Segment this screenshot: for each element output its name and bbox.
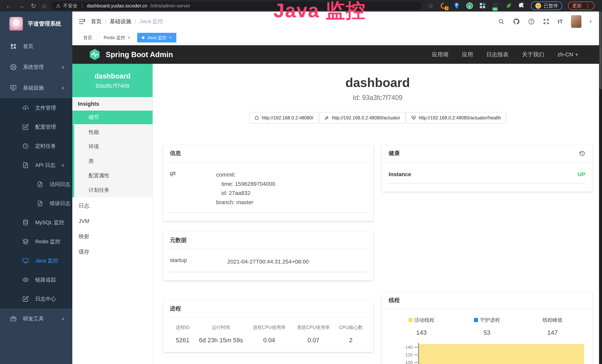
extension-grid-icon[interactable] xyxy=(479,2,486,10)
threads-card-title: 线程 xyxy=(382,292,592,309)
sidebar-item-home[interactable]: 首页 xyxy=(0,36,72,57)
edit-icon xyxy=(22,124,29,130)
close-icon[interactable]: × xyxy=(128,35,130,40)
sba-menu-classes[interactable]: 类 xyxy=(72,154,153,168)
process-value: 2 xyxy=(335,337,366,344)
extension-on-icon[interactable]: on xyxy=(492,2,499,10)
sba-insight-group: 细节 性能 环境 类 配置属性 计划任务 xyxy=(72,110,153,198)
heartbeat-icon xyxy=(411,115,416,120)
browser-forward-button[interactable]: → xyxy=(18,0,24,11)
fullscreen-icon[interactable] xyxy=(543,18,549,25)
sba-menu-config-props[interactable]: 配置属性 xyxy=(72,168,153,183)
sba-menu-mappings[interactable]: 映射 xyxy=(72,229,153,244)
extensions-puzzle-icon[interactable] xyxy=(518,2,525,10)
breadcrumb-infrastructure[interactable]: 基础设施 xyxy=(110,18,131,25)
log-file-icon xyxy=(22,296,29,302)
sidebar-item-dev-tools[interactable]: 研发工具 ∨ xyxy=(0,308,72,329)
dashboard-icon xyxy=(10,43,17,50)
app-sidebar: 芋道管理系统 首页 系统管理 ∨ 基础设施 ∧ 文件管理 配置管理 xyxy=(0,11,72,364)
smiley-icon xyxy=(535,3,541,9)
bookmark-star-icon[interactable]: ☆ xyxy=(427,2,434,10)
sba-nav-wallboard[interactable]: 应用墙 xyxy=(432,51,449,58)
sba-menu-logs[interactable]: 日志 xyxy=(72,198,153,214)
help-icon[interactable] xyxy=(528,18,535,25)
header-actions: tT ▾ xyxy=(498,15,602,28)
instance-name: dashboard xyxy=(72,72,153,80)
legend-label-peak: 线程峰值 xyxy=(542,317,562,323)
app-logo-row[interactable]: 芋道管理系统 xyxy=(0,11,72,36)
avatar[interactable] xyxy=(571,15,581,28)
sba-menu-details[interactable]: 细节 xyxy=(72,110,153,125)
scrollbar-thumb[interactable] xyxy=(599,11,602,89)
page-root: ← → ↻ ⌂ ⚠ 不安全 dashboard.yudao.iocoder.cn… xyxy=(0,0,602,364)
browser-reload-button[interactable]: ↻ xyxy=(31,0,36,11)
process-header: 运行时间 xyxy=(195,324,247,331)
sba-menu-scheduled-tasks[interactable]: 计划任务 xyxy=(72,183,153,197)
sidebar-item-scheduled-jobs[interactable]: 定时任务 xyxy=(0,137,72,156)
browser-menu-icon[interactable]: ⋮ xyxy=(585,5,590,7)
close-icon[interactable]: × xyxy=(169,35,172,40)
extension-y-icon[interactable]: y xyxy=(466,2,473,10)
y-axis-tick xyxy=(415,362,418,363)
sba-nav-journal[interactable]: 日志报表 xyxy=(486,51,509,58)
service-url: http://192.168.0.2:48080/ xyxy=(262,115,313,120)
sba-locale-select[interactable]: zh-CN ▾ xyxy=(558,51,578,58)
breadcrumb-current: Java 监控 xyxy=(140,18,163,25)
health-url-button[interactable]: http://192.168.0.2:48080/actuator/health xyxy=(406,112,506,124)
sba-nav-about[interactable]: 关于我们 xyxy=(522,51,544,58)
sidebar-item-log-center[interactable]: 日志中心 xyxy=(0,289,72,308)
sidebar-item-file-mgmt[interactable]: 文件管理 xyxy=(0,98,72,117)
sba-frame: Spring Boot Admin 应用墙 应用 日志报表 关于我们 zh-CN… xyxy=(72,44,602,364)
sidebar-item-error-logs[interactable]: 错误日志 xyxy=(0,194,72,213)
tab-java-monitor[interactable]: Java 监控 × xyxy=(137,33,176,43)
actuator-url-button[interactable]: http://192.168.0.2:48080/actuator xyxy=(319,112,405,124)
search-icon[interactable] xyxy=(498,18,505,25)
extension-leaf-icon[interactable] xyxy=(505,2,512,10)
metadata-key: startup xyxy=(170,257,227,266)
profile-paused-badge[interactable]: 已暂停 xyxy=(531,1,562,10)
sidebar-item-label: 访问日志 xyxy=(50,181,70,188)
sidebar-item-tracing[interactable]: 链路追踪 xyxy=(0,270,72,289)
sidebar-item-label: 文件管理 xyxy=(35,104,56,111)
threads-live-value: 143 xyxy=(389,329,454,336)
sba-menu-caches[interactable]: 缓存 xyxy=(72,244,153,260)
sba-instance-block[interactable]: dashboard 93a3fc7f7409 xyxy=(72,64,153,97)
health-key: Instance xyxy=(389,171,411,177)
user-menu-caret-icon[interactable]: ▾ xyxy=(590,19,592,24)
y-axis-tick xyxy=(415,347,418,347)
breadcrumb-home[interactable]: 首页 xyxy=(91,18,102,25)
browser-back-button[interactable]: ← xyxy=(6,0,12,11)
sidebar-item-config-mgmt[interactable]: 配置管理 xyxy=(0,117,72,137)
info-card: 信息 git commit: time: 1596289704000 id: 2… xyxy=(163,145,373,221)
tab-home[interactable]: 首页 xyxy=(79,33,97,43)
service-url-button[interactable]: http://192.168.0.2:48080/ xyxy=(249,112,319,124)
sidebar-item-api-logs[interactable]: API 日志 ∧ xyxy=(0,156,72,175)
sba-brand[interactable]: Spring Boot Admin xyxy=(72,48,173,61)
sidebar-item-infrastructure[interactable]: 基础设施 ∧ xyxy=(0,77,72,98)
log-file-icon xyxy=(22,162,29,168)
tab-redis-monitor[interactable]: Redis 监控 × xyxy=(99,33,135,43)
sba-menu-environment[interactable]: 环境 xyxy=(72,139,153,154)
info-git-row: git commit: time: 1596289704000 id: 27aa… xyxy=(170,170,366,213)
github-icon[interactable] xyxy=(513,18,520,25)
browser-scrollbar[interactable] xyxy=(599,11,602,364)
sidebar-item-system-mgmt[interactable]: 系统管理 ∨ xyxy=(0,57,72,77)
browser-update-button[interactable]: 更新 ⋮ xyxy=(568,1,595,10)
history-icon[interactable] xyxy=(579,150,585,157)
font-size-icon[interactable]: tT xyxy=(558,18,563,25)
sidebar-item-mysql-monitor[interactable]: MySQL 监控 xyxy=(0,213,72,232)
extension-pin-icon[interactable] xyxy=(453,2,460,10)
address-bar[interactable]: ⚠ 不安全 dashboard.yudao.iocoder.cn/infra/a… xyxy=(51,1,422,10)
tab-label: Redis 监控 xyxy=(104,35,125,41)
sidebar-item-java-monitor[interactable]: Java 监控 xyxy=(0,251,72,270)
sidebar-item-redis-monitor[interactable]: Redis 监控 xyxy=(0,232,72,251)
sidebar-item-access-logs[interactable]: 访问日志 xyxy=(0,175,72,194)
browser-home-button[interactable]: ⌂ xyxy=(43,0,46,11)
security-label: 不安全 xyxy=(63,3,77,9)
sba-menu-jvm[interactable]: JVM xyxy=(72,214,153,229)
sba-nav-applications[interactable]: 应用 xyxy=(462,51,473,58)
sba-menu-metrics[interactable]: 性能 xyxy=(72,125,153,139)
extension-orange-icon[interactable]: 1 xyxy=(440,2,447,10)
actuator-url: http://192.168.0.2:48080/actuator xyxy=(332,115,400,120)
hamburger-icon[interactable] xyxy=(78,18,86,25)
